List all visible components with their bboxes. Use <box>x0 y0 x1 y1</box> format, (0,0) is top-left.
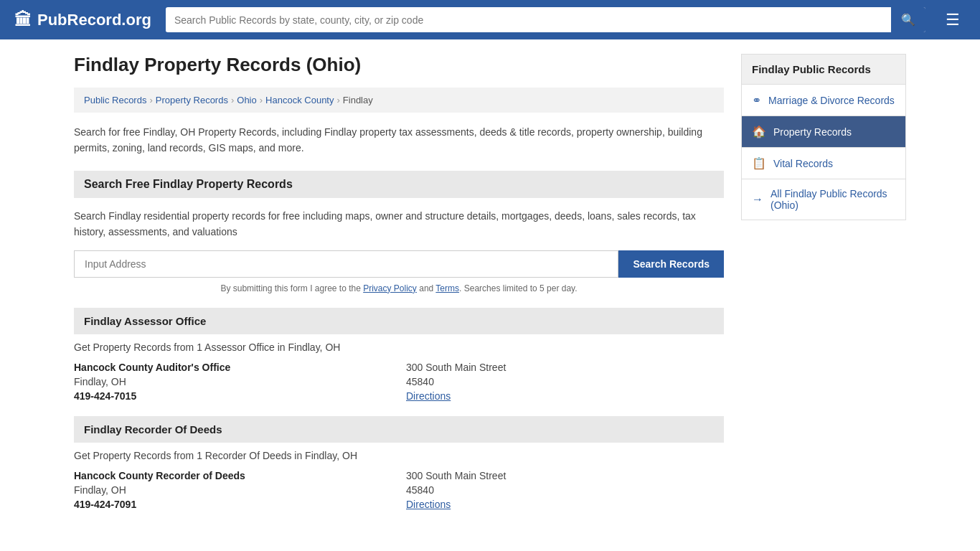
logo[interactable]: 🏛 PubRecord.org <box>14 10 151 30</box>
search-records-button[interactable]: Search Records <box>618 250 724 278</box>
content-area: Findlay Property Records (Ohio) Public R… <box>74 54 724 524</box>
office-right: 300 South Main Street45840Directions <box>406 362 724 402</box>
page-title: Findlay Property Records (Ohio) <box>74 54 724 76</box>
breadcrumb-ohio[interactable]: Ohio <box>237 95 256 105</box>
breadcrumb-property-records[interactable]: Property Records <box>156 95 228 105</box>
directions-link[interactable]: Directions <box>406 499 451 510</box>
office-entry: Hancock County Auditor's OfficeFindlay, … <box>74 362 724 402</box>
sidebar-icon-property: 🏠 <box>752 125 766 138</box>
site-header: 🏛 PubRecord.org 🔍 ☰ <box>0 0 980 39</box>
sidebar-icon-marriage-divorce: ⚭ <box>752 93 761 107</box>
address-search-row: Search Records <box>74 250 724 278</box>
hamburger-icon: ☰ <box>946 11 960 29</box>
offices-container: Findlay Assessor OfficeGet Property Reco… <box>74 308 724 510</box>
sidebar-item-all[interactable]: →All Findlay Public Records (Ohio) <box>741 179 906 220</box>
form-disclaimer: By submitting this form I agree to the P… <box>74 283 724 293</box>
sidebar-label-vital: Vital Records <box>773 158 895 169</box>
office-section-header-1: Findlay Recorder Of Deeds <box>74 416 724 443</box>
sidebar-item-marriage-divorce[interactable]: ⚭Marriage & Divorce Records <box>741 85 906 116</box>
header-search-bar: 🔍 <box>166 7 925 32</box>
office-address: 300 South Main Street <box>406 470 724 481</box>
header-search-button[interactable]: 🔍 <box>891 7 925 32</box>
disclaimer-text: By submitting this form I agree to the <box>220 283 363 293</box>
office-phone: 419-424-7015 <box>74 390 392 402</box>
sidebar-item-vital[interactable]: 📋Vital Records <box>741 148 906 179</box>
office-city: Findlay, OH <box>74 484 392 496</box>
address-input[interactable] <box>74 250 618 278</box>
office-phone: 419-424-7091 <box>74 499 392 510</box>
sidebar-item-property[interactable]: 🏠Property Records <box>741 116 906 148</box>
office-name: Hancock County Recorder of Deeds <box>74 470 392 481</box>
sidebar-icon-all: → <box>752 193 763 206</box>
breadcrumb-findlay: Findlay <box>343 95 373 105</box>
sidebar: Findlay Public Records ⚭Marriage & Divor… <box>741 54 906 524</box>
breadcrumb-hancock[interactable]: Hancock County <box>265 95 334 105</box>
breadcrumb: Public Records › Property Records › Ohio… <box>74 88 724 113</box>
disclaimer-end: . Searches limited to 5 per day. <box>459 283 578 293</box>
breadcrumb-sep-3: › <box>260 95 263 105</box>
breadcrumb-sep-4: › <box>336 95 339 105</box>
sidebar-title: Findlay Public Records <box>741 54 906 85</box>
office-city: Findlay, OH <box>74 376 392 387</box>
directions-link[interactable]: Directions <box>406 390 451 402</box>
office-left: Hancock County Recorder of DeedsFindlay,… <box>74 470 392 510</box>
sidebar-label-property: Property Records <box>773 126 895 138</box>
terms-link[interactable]: Terms <box>435 283 459 293</box>
office-left: Hancock County Auditor's OfficeFindlay, … <box>74 362 392 402</box>
office-desc-0: Get Property Records from 1 Assessor Off… <box>74 342 724 353</box>
logo-text: PubRecord.org <box>37 11 151 29</box>
office-section-1: Findlay Recorder Of DeedsGet Property Re… <box>74 416 724 510</box>
intro-text: Search for free Findlay, OH Property Rec… <box>74 124 724 156</box>
main-container: Findlay Property Records (Ohio) Public R… <box>60 39 920 539</box>
office-name: Hancock County Auditor's Office <box>74 362 392 373</box>
sidebar-label-all: All Findlay Public Records (Ohio) <box>771 188 895 211</box>
office-zip: 45840 <box>406 376 724 387</box>
breadcrumb-sep-2: › <box>231 95 234 105</box>
header-search-input[interactable] <box>166 9 891 32</box>
office-entry: Hancock County Recorder of DeedsFindlay,… <box>74 470 724 510</box>
and-text: and <box>417 283 435 293</box>
search-icon: 🔍 <box>901 14 915 26</box>
office-section-header-0: Findlay Assessor Office <box>74 308 724 334</box>
office-desc-1: Get Property Records from 1 Recorder Of … <box>74 450 724 461</box>
logo-icon: 🏛 <box>14 10 32 30</box>
office-section-0: Findlay Assessor OfficeGet Property Reco… <box>74 308 724 402</box>
breadcrumb-sep-1: › <box>149 95 152 105</box>
office-right: 300 South Main Street45840Directions <box>406 470 724 510</box>
breadcrumb-public-records[interactable]: Public Records <box>84 95 146 105</box>
sidebar-label-marriage-divorce: Marriage & Divorce Records <box>768 95 895 106</box>
search-section: Search Free Findlay Property Records Sea… <box>74 171 724 293</box>
sidebar-icon-vital: 📋 <box>752 156 766 170</box>
privacy-policy-link[interactable]: Privacy Policy <box>363 283 417 293</box>
hamburger-menu-button[interactable]: ☰ <box>940 8 966 32</box>
search-description: Search Findlay residential property reco… <box>74 208 724 240</box>
search-section-title: Search Free Findlay Property Records <box>74 171 724 198</box>
sidebar-items: ⚭Marriage & Divorce Records🏠Property Rec… <box>741 85 906 220</box>
office-zip: 45840 <box>406 484 724 496</box>
office-address: 300 South Main Street <box>406 362 724 373</box>
